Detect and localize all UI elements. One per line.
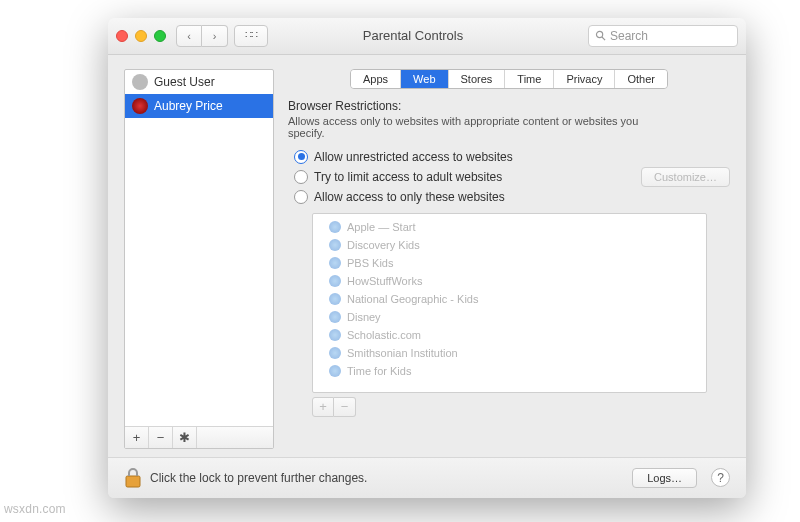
- radio-label: Allow unrestricted access to websites: [314, 150, 513, 164]
- watermark: wsxdn.com: [4, 502, 66, 516]
- minimize-window-button[interactable]: [135, 30, 147, 42]
- site-label: Time for Kids: [347, 365, 411, 377]
- site-label: National Geographic - Kids: [347, 293, 478, 305]
- users-sidebar: Guest User Aubrey Price + − ✱: [124, 69, 274, 449]
- site-row: Smithsonian Institution: [313, 344, 706, 362]
- site-row: Disney: [313, 308, 706, 326]
- radio-label: Try to limit access to adult websites: [314, 170, 502, 184]
- add-user-button[interactable]: +: [125, 427, 149, 448]
- add-site-button: +: [312, 397, 334, 417]
- radio-unrestricted[interactable]: Allow unrestricted access to websites: [294, 147, 730, 167]
- radio-only-these[interactable]: Allow access to only these websites: [294, 187, 730, 207]
- svg-line-1: [602, 37, 605, 40]
- help-button[interactable]: ?: [711, 468, 730, 487]
- tab-time[interactable]: Time: [505, 70, 554, 88]
- zoom-window-button[interactable]: [154, 30, 166, 42]
- globe-icon: [329, 275, 341, 287]
- sidebar-user-guest[interactable]: Guest User: [125, 70, 273, 94]
- avatar-icon: [132, 98, 148, 114]
- tab-bar: Apps Web Stores Time Privacy Other: [288, 69, 730, 89]
- site-label: PBS Kids: [347, 257, 393, 269]
- search-placeholder: Search: [610, 29, 648, 43]
- globe-icon: [329, 347, 341, 359]
- show-all-button[interactable]: ∷∷: [234, 25, 268, 47]
- radio-icon: [294, 170, 308, 184]
- content-pane: Apps Web Stores Time Privacy Other Brows…: [288, 69, 730, 449]
- site-label: Disney: [347, 311, 381, 323]
- tab-privacy[interactable]: Privacy: [554, 70, 615, 88]
- globe-icon: [329, 239, 341, 251]
- preferences-window: ‹ › ∷∷ Parental Controls Search Guest Us…: [108, 18, 746, 498]
- window-body: Guest User Aubrey Price + − ✱ Apps Web S…: [108, 55, 746, 457]
- user-list: Guest User Aubrey Price: [125, 70, 273, 426]
- search-icon: [595, 30, 606, 41]
- titlebar: ‹ › ∷∷ Parental Controls Search: [108, 18, 746, 55]
- radio-icon: [294, 150, 308, 164]
- site-label: HowStuffWorks: [347, 275, 422, 287]
- sidebar-toolbar: + − ✱: [125, 426, 273, 448]
- logs-button[interactable]: Logs…: [632, 468, 697, 488]
- tabs: Apps Web Stores Time Privacy Other: [350, 69, 668, 89]
- svg-rect-2: [126, 476, 140, 487]
- tab-other[interactable]: Other: [615, 70, 667, 88]
- radio-icon: [294, 190, 308, 204]
- footer: Click the lock to prevent further change…: [108, 457, 746, 498]
- site-label: Apple — Start: [347, 221, 415, 233]
- site-row: Apple — Start: [313, 218, 706, 236]
- section-description: Allows access only to websites with appr…: [288, 115, 668, 139]
- site-label: Smithsonian Institution: [347, 347, 458, 359]
- site-row: HowStuffWorks: [313, 272, 706, 290]
- radio-limit-adult[interactable]: Try to limit access to adult websites Cu…: [294, 167, 730, 187]
- globe-icon: [329, 329, 341, 341]
- globe-icon: [329, 365, 341, 377]
- remove-user-button[interactable]: −: [149, 427, 173, 448]
- search-field[interactable]: Search: [588, 25, 738, 47]
- globe-icon: [329, 221, 341, 233]
- back-button[interactable]: ‹: [176, 25, 202, 47]
- chevron-right-icon: ›: [213, 30, 217, 42]
- allowed-sites-list: Apple — Start Discovery Kids PBS Kids Ho…: [312, 213, 707, 393]
- close-window-button[interactable]: [116, 30, 128, 42]
- globe-icon: [329, 257, 341, 269]
- sidebar-user-aubrey[interactable]: Aubrey Price: [125, 94, 273, 118]
- site-row: National Geographic - Kids: [313, 290, 706, 308]
- site-row: Scholastic.com: [313, 326, 706, 344]
- lock-icon[interactable]: [124, 467, 142, 489]
- site-label: Discovery Kids: [347, 239, 420, 251]
- grid-icon: ∷∷: [245, 29, 257, 42]
- window-title: Parental Controls: [268, 28, 588, 43]
- lock-message: Click the lock to prevent further change…: [150, 471, 624, 485]
- tab-apps[interactable]: Apps: [351, 70, 401, 88]
- globe-icon: [329, 293, 341, 305]
- tab-web[interactable]: Web: [401, 70, 448, 88]
- site-row: Time for Kids: [313, 362, 706, 380]
- customize-button: Customize…: [641, 167, 730, 187]
- radio-label: Allow access to only these websites: [314, 190, 505, 204]
- site-row: PBS Kids: [313, 254, 706, 272]
- restriction-radio-group: Allow unrestricted access to websites Tr…: [294, 147, 730, 207]
- site-add-remove: + −: [312, 397, 730, 417]
- user-label: Guest User: [154, 75, 215, 89]
- remove-site-button: −: [334, 397, 356, 417]
- chevron-left-icon: ‹: [187, 30, 191, 42]
- globe-icon: [329, 311, 341, 323]
- tab-stores[interactable]: Stores: [449, 70, 506, 88]
- site-label: Scholastic.com: [347, 329, 421, 341]
- user-actions-button[interactable]: ✱: [173, 427, 197, 448]
- user-label: Aubrey Price: [154, 99, 223, 113]
- section-title: Browser Restrictions:: [288, 99, 730, 113]
- nav-back-forward: ‹ ›: [176, 25, 228, 47]
- forward-button[interactable]: ›: [202, 25, 228, 47]
- svg-point-0: [596, 32, 602, 38]
- site-row: Discovery Kids: [313, 236, 706, 254]
- traffic-lights: [116, 30, 166, 42]
- avatar-icon: [132, 74, 148, 90]
